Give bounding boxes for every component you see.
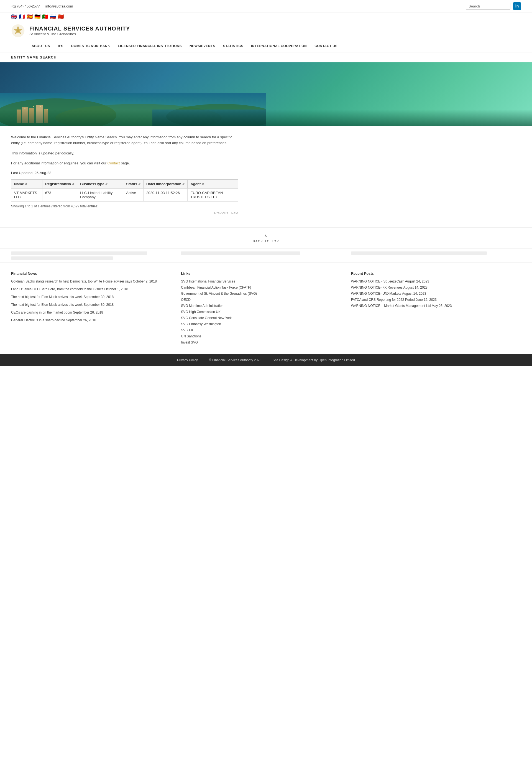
last-updated: Last Updated: 25-Aug-23 [11, 171, 238, 175]
cell-name: VT MARKETS LLC [11, 188, 42, 201]
nav-item-contact-us[interactable]: CONTACT US [311, 40, 341, 52]
nav-item-news-events[interactable]: NEWS/EVENTS [186, 40, 219, 52]
next-button[interactable]: Next [231, 211, 238, 215]
footer-link-item: SVG International Financial Services [181, 279, 345, 283]
language-bar: 🇬🇧 🇫🇷 🇪🇸 🇩🇪 🇵🇹 🇷🇺 🇨🇳 [0, 12, 532, 20]
recent-post-item: FATCA and CRS Reporting for 2022 Period … [351, 297, 515, 302]
site-logo [11, 24, 25, 38]
flag-es[interactable]: 🇪🇸 [27, 14, 33, 18]
recent-post-item: WARNING NOTICE- UNXMarkets August 14, 20… [351, 291, 515, 295]
footer-link[interactable]: Invest SVG [181, 340, 198, 344]
footer-link[interactable]: SVG Embassy Washington [181, 322, 221, 326]
site-title-block: FINANCIAL SERVICES AUTHORITY St Vincent … [29, 25, 130, 36]
footer-link-item: Caribbean Financial Action Task Force (C… [181, 285, 345, 289]
recent-post-link[interactable]: WARNING NOTICE- UNXMarkets August 14, 20… [351, 292, 426, 295]
col-header-agent[interactable]: Agent⇵ [188, 180, 238, 188]
cell-doi: 2020-11-03 11:52:26 [143, 188, 187, 201]
recent-post-link[interactable]: WARNING NOTICE - SqueezeCash August 24, … [351, 279, 429, 283]
top-bar-left: +1(784) 456-2577 info@svgfsa.com [11, 4, 461, 8]
recent-post-item: WARNING NOTICE- FX Revenues August 14, 2… [351, 285, 515, 289]
footer-financial-news: Financial News Goldman Sachs slants rese… [11, 271, 181, 346]
hero-image [0, 62, 532, 126]
up-arrow-icon: ∧ [6, 233, 526, 238]
footer-news-item: Land O'Lakes CEO Beth Ford, from the cor… [11, 287, 175, 292]
footer-news-link[interactable]: Land O'Lakes CEO Beth Ford, from the cor… [11, 287, 175, 292]
flag-pt[interactable]: 🇵🇹 [42, 14, 48, 18]
linkedin-icon[interactable]: in [513, 2, 521, 10]
table-row: VT MARKETS LLC673LLC-Limited Liability C… [11, 188, 238, 201]
footer-columns: Financial News Goldman Sachs slants rese… [0, 262, 532, 354]
svg-point-2 [17, 29, 19, 32]
footer-link[interactable]: SVG International Financial Services [181, 279, 235, 283]
cell-agent: EURO-CARIBBEAN TRUSTEES LTD. [188, 188, 238, 201]
showing-text: Showing 1 to 1 of 1 entries (filtered fr… [11, 204, 238, 208]
cell-reg-no: 673 [42, 188, 77, 201]
nav-item-licensed-fi[interactable]: LICENSED FINANCIAL INSTITUTIONS [114, 40, 186, 52]
footer-link[interactable]: SVG High Commission UK [181, 310, 221, 314]
email-link[interactable]: info@svgfsa.com [45, 4, 73, 8]
flag-de[interactable]: 🇩🇪 [34, 14, 40, 18]
main-nav: ABOUT USIFSDOMESTIC NON-BANKLICENSED FIN… [0, 40, 532, 52]
links-heading: Links [181, 271, 345, 275]
flag-en[interactable]: 🇬🇧 [11, 14, 17, 18]
site-subtitle: St Vincent & The Grenadines [29, 32, 130, 36]
back-to-top[interactable]: ∧ BACK TO TOP [0, 227, 532, 248]
nav-item-ifs[interactable]: IFS [54, 40, 67, 52]
nav-item-intl-coop[interactable]: INTERNATIONAL COOPERATION [247, 40, 311, 52]
hero-overlay [0, 109, 532, 126]
footer-link[interactable]: OECD [181, 298, 191, 302]
header-area: FINANCIAL SERVICES AUTHORITY St Vincent … [0, 20, 532, 40]
intro-para1: Welcome to the Financial Services Author… [11, 134, 238, 146]
footer-news-link[interactable]: The next big test for Elon Musk arrives … [11, 294, 175, 299]
footer-blur-row [0, 248, 532, 262]
footer-news-link[interactable]: CEOs are cashing in on the market boom S… [11, 310, 175, 315]
footer-news-link[interactable]: The next big test for Elon Musk arrives … [11, 302, 175, 307]
financial-news-heading: Financial News [11, 271, 175, 275]
footer-link[interactable]: Government of St. Vincent & the Grenadin… [181, 292, 257, 295]
col-header-status[interactable]: Status⇵ [123, 180, 144, 188]
footer-news-item: CEOs are cashing in on the market boom S… [11, 310, 175, 315]
col-header-biz-type[interactable]: BusinessType⇵ [77, 180, 123, 188]
contact-link[interactable]: Contact [108, 161, 120, 165]
entity-heading: ENTITY NAME SEARCH [0, 52, 532, 62]
entity-table: Name⇵RegistrationNo⇵BusinessType⇵Status⇵… [11, 179, 238, 201]
recent-post-link[interactable]: FATCA and CRS Reporting for 2022 Period … [351, 298, 437, 302]
footer-link[interactable]: SVG Maritime Administration [181, 304, 223, 308]
flag-cn[interactable]: 🇨🇳 [58, 14, 64, 18]
nav-item-domestic-non-bank[interactable]: DOMESTIC NON-BANK [67, 40, 114, 52]
recent-post-item: WARNING NOTICE - SqueezeCash August 24, … [351, 279, 515, 283]
privacy-policy-link[interactable]: Privacy Policy [177, 358, 198, 362]
intro-para2: This information is updated periodically… [11, 150, 238, 156]
cell-status: Active [123, 188, 144, 201]
footer-link[interactable]: SVG Consulate General New York [181, 316, 232, 320]
pagination: Previous Next [11, 210, 238, 216]
nav-item-statistics[interactable]: STATISTICS [219, 40, 247, 52]
intro-para3: For any additional information or enquir… [11, 160, 238, 166]
footer-link[interactable]: Caribbean Financial Action Task Force (C… [181, 285, 251, 289]
recent-post-link[interactable]: WARNING NOTICE- FX Revenues August 14, 2… [351, 285, 428, 289]
footer-news-link[interactable]: Goldman Sachs slants research to help De… [11, 279, 175, 284]
prev-button[interactable]: Previous [214, 211, 228, 215]
footer-news-link[interactable]: General Electric is in a sharp decline S… [11, 318, 175, 323]
footer-link-item: UN Sanctions [181, 334, 345, 338]
col-header-name[interactable]: Name⇵ [11, 180, 42, 188]
flag-fr[interactable]: 🇫🇷 [19, 14, 25, 18]
col-header-reg-no[interactable]: RegistrationNo⇵ [42, 180, 77, 188]
bottom-footer: Privacy Policy © Financial Services Auth… [0, 354, 532, 366]
top-bar: +1(784) 456-2577 info@svgfsa.com in [0, 0, 532, 12]
footer-news-item: Goldman Sachs slants research to help De… [11, 279, 175, 284]
recent-post-link[interactable]: WARNING NOTICE – Market Giants Managemen… [351, 304, 452, 308]
footer-link-item: OECD [181, 297, 345, 302]
recent-posts-heading: Recent Posts [351, 271, 515, 275]
phone-link[interactable]: +1(784) 456-2577 [11, 4, 40, 8]
footer-link-item: SVG Maritime Administration [181, 303, 345, 308]
footer-link[interactable]: UN Sanctions [181, 334, 201, 338]
footer-recent-posts: Recent Posts WARNING NOTICE - SqueezeCas… [351, 271, 521, 346]
cell-biz-type: LLC-Limited Liability Company [77, 188, 123, 201]
flag-ru[interactable]: 🇷🇺 [50, 14, 56, 18]
search-input[interactable] [466, 3, 510, 10]
footer-link[interactable]: SVG FIU [181, 328, 194, 332]
nav-item-about-us[interactable]: ABOUT US [28, 40, 54, 52]
design-credit-link[interactable]: Site Design & Development by Open Integr… [272, 358, 355, 362]
col-header-doi[interactable]: DateOfIncorporation⇵ [143, 180, 187, 188]
